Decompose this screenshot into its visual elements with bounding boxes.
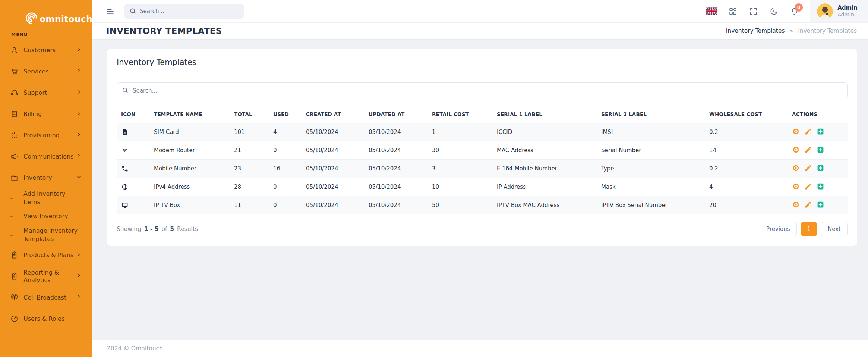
sidebar-item-inventory[interactable]: Inventory [0, 167, 92, 188]
sidebar-subitem-view-inventory[interactable]: –View Inventory [0, 207, 92, 225]
cell-serial2-label: IMSI [597, 123, 706, 141]
user-name: Admin [837, 4, 858, 12]
edit-button[interactable] [804, 201, 812, 209]
sidebar-item-communications[interactable]: Communications [0, 146, 92, 167]
compass-icon [10, 314, 19, 323]
cell-retail-cost: 1 [428, 123, 493, 141]
edit-button[interactable] [804, 128, 812, 136]
cell-template-name: Mobile Number [150, 160, 230, 178]
results-suffix: Results [177, 226, 198, 232]
topbar-search [124, 4, 244, 19]
cell-wholesale-cost: 14 [706, 141, 788, 160]
cell-actions [788, 196, 848, 214]
cell-serial2-label: Type [597, 160, 706, 178]
avatar-image [817, 3, 833, 19]
sidebar-item-cell-broadcast[interactable]: Cell Broadcast [0, 287, 92, 308]
phone-icon [121, 165, 129, 172]
avatar [817, 3, 833, 19]
menu-toggle-button[interactable] [105, 7, 115, 16]
table-row: IPv4 Address28005/10/202405/10/202410IP … [117, 178, 848, 196]
sidebar: omnitouch MENU CustomersServicesSupportB… [0, 0, 92, 357]
sidebar-item-reporting-analytics[interactable]: Reporting & Analytics [0, 266, 92, 287]
table-header-row: ICONTEMPLATE NAMETOTALUSEDCREATED ATUPDA… [117, 107, 848, 123]
notifications: 0 [790, 7, 799, 16]
sidebar-item-customers[interactable]: Customers [0, 40, 92, 61]
sidebar-item-services[interactable]: Services [0, 61, 92, 82]
breadcrumb-parent[interactable]: Inventory Templates [726, 28, 785, 34]
results-range: 1 - 5 [144, 226, 159, 232]
broadcast-icon [10, 293, 19, 302]
edit-button[interactable] [804, 183, 812, 191]
dash-icon: – [10, 213, 19, 220]
store-icon [10, 173, 19, 182]
cell-serial2-label: IPTV Box Serial Number [597, 196, 706, 214]
cell-icon [117, 160, 150, 178]
view-button[interactable] [792, 147, 800, 154]
sidebar-item-provisioning[interactable]: Provisioning [0, 125, 92, 146]
chevron-down-icon [76, 174, 82, 182]
sidebar-item-billing[interactable]: Billing [0, 103, 92, 125]
add-button[interactable] [817, 183, 824, 191]
dash-icon: – [10, 231, 19, 239]
table-row: IP TV Box11005/10/202405/10/202450IPTV B… [117, 196, 848, 214]
results-of: of [161, 226, 167, 232]
cell-serial2-label: Serial Number [597, 141, 706, 160]
cell-created-at: 05/10/2024 [302, 196, 365, 214]
cell-serial1-label: MAC Address [493, 141, 597, 160]
view-button[interactable] [792, 183, 800, 191]
cell-total: 11 [230, 196, 269, 214]
table-row: Mobile Number231605/10/202405/10/20243E.… [117, 160, 848, 178]
cell-total: 23 [230, 160, 269, 178]
megaphone-icon [10, 152, 19, 161]
cell-wholesale-cost: 20 [706, 196, 788, 214]
edit-pencil-icon [804, 146, 812, 155]
add-button[interactable] [817, 147, 824, 154]
moon-icon [769, 7, 779, 16]
cell-template-name: IPv4 Address [150, 178, 230, 196]
add-button[interactable] [817, 201, 824, 209]
column-header-wholesale-cost: WHOLESALE COST [706, 107, 788, 123]
edit-button[interactable] [804, 165, 812, 173]
table-search [117, 82, 848, 98]
cell-retail-cost: 30 [428, 141, 493, 160]
apps-grid-icon [728, 7, 738, 16]
cell-icon [117, 141, 150, 160]
page-1-button[interactable]: 1 [801, 222, 818, 236]
sidebar-item-products-plans[interactable]: Products & Plans [0, 244, 92, 266]
column-header-template-name: TEMPLATE NAME [150, 107, 230, 123]
topbar-search-input[interactable] [124, 4, 244, 19]
previous-page-button[interactable]: Previous [760, 222, 796, 236]
table-body: SIM Card101405/10/202405/10/20241ICCIDIM… [117, 123, 848, 214]
language-button[interactable] [706, 7, 717, 15]
dark-mode-button[interactable] [769, 7, 779, 16]
sidebar-subitem-add-inventory-items[interactable]: –Add Inventory Items [0, 188, 92, 207]
chevron-right-icon [76, 272, 82, 280]
sidebar-item-label: Billing [19, 110, 76, 118]
chevron-right-icon [76, 294, 82, 301]
user-menu[interactable]: Admin Admin [810, 0, 868, 22]
cell-total: 101 [230, 123, 269, 141]
table-search-input[interactable] [117, 82, 848, 98]
sidebar-item-support[interactable]: Support [0, 82, 92, 103]
sim-card-icon [121, 128, 129, 136]
sidebar-subitem-manage-inventory-templates[interactable]: –Manage Inventory Templates [0, 225, 92, 244]
cell-created-at: 05/10/2024 [302, 141, 365, 160]
add-button[interactable] [817, 165, 824, 173]
column-header-total: TOTAL [230, 107, 269, 123]
copyright-text: 2024 © Omnitouch. [107, 345, 165, 352]
inventory-templates-table: ICONTEMPLATE NAMETOTALUSEDCREATED ATUPDA… [117, 107, 848, 214]
add-button[interactable] [817, 128, 824, 136]
apps-button[interactable] [728, 7, 738, 16]
view-button[interactable] [792, 201, 800, 209]
view-button[interactable] [792, 128, 800, 136]
chevron-right-icon [76, 131, 82, 139]
fullscreen-button[interactable] [749, 7, 758, 16]
next-page-button[interactable]: Next [821, 222, 848, 236]
column-header-used: USED [269, 107, 302, 123]
cell-updated-at: 05/10/2024 [365, 141, 428, 160]
edit-button[interactable] [804, 147, 812, 154]
view-button[interactable] [792, 165, 800, 173]
sidebar-item-label: Reporting & Analytics [19, 269, 76, 284]
sidebar-item-users-roles[interactable]: Users & Roles [0, 308, 92, 329]
cell-template-name: IP TV Box [150, 196, 230, 214]
